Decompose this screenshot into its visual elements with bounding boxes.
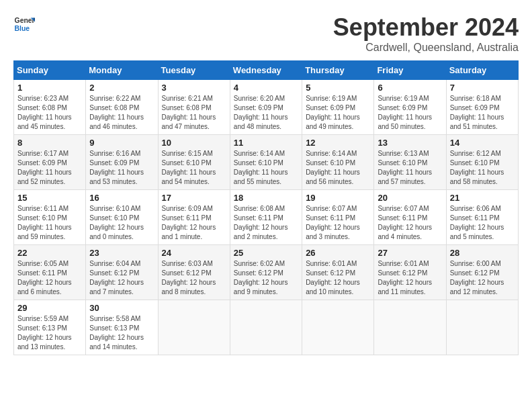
calendar-cell: 22Sunrise: 6:05 AMSunset: 6:11 PMDayligh… <box>14 245 86 300</box>
calendar-cell: 24Sunrise: 6:03 AMSunset: 6:12 PMDayligh… <box>158 245 230 300</box>
day-number: 12 <box>306 138 370 148</box>
day-number: 8 <box>17 138 82 148</box>
calendar-cell: 28Sunrise: 6:00 AMSunset: 6:12 PMDayligh… <box>446 245 518 300</box>
day-info: Sunrise: 6:11 AMSunset: 6:10 PMDaylight:… <box>17 204 82 242</box>
calendar-cell: 19Sunrise: 6:07 AMSunset: 6:11 PMDayligh… <box>302 190 374 245</box>
logo-icon: General Blue <box>13 13 35 35</box>
day-number: 4 <box>234 83 298 93</box>
calendar-cell <box>230 300 302 355</box>
day-number: 16 <box>89 193 154 203</box>
day-info: Sunrise: 6:20 AMSunset: 6:09 PMDaylight:… <box>234 94 298 132</box>
weekday-header-saturday: Saturday <box>446 61 518 80</box>
day-number: 13 <box>378 138 442 148</box>
day-info: Sunrise: 6:02 AMSunset: 6:12 PMDaylight:… <box>234 259 298 297</box>
day-number: 11 <box>234 138 298 148</box>
calendar-cell: 6Sunrise: 6:19 AMSunset: 6:09 PMDaylight… <box>374 80 446 135</box>
calendar-cell: 3Sunrise: 6:21 AMSunset: 6:08 PMDaylight… <box>158 80 230 135</box>
calendar-cell <box>302 300 374 355</box>
day-number: 25 <box>234 248 298 258</box>
day-number: 21 <box>450 193 515 203</box>
calendar-cell: 29Sunrise: 5:59 AMSunset: 6:13 PMDayligh… <box>14 300 86 355</box>
weekday-header-wednesday: Wednesday <box>230 61 302 80</box>
calendar-week-row: 22Sunrise: 6:05 AMSunset: 6:11 PMDayligh… <box>14 245 519 300</box>
page-header: General Blue September 2024 Cardwell, Qu… <box>13 13 519 54</box>
day-info: Sunrise: 6:14 AMSunset: 6:10 PMDaylight:… <box>234 149 298 187</box>
calendar-cell: 12Sunrise: 6:14 AMSunset: 6:10 PMDayligh… <box>302 135 374 190</box>
title-area: September 2024 Cardwell, Queensland, Aus… <box>333 13 519 54</box>
calendar-cell: 23Sunrise: 6:04 AMSunset: 6:12 PMDayligh… <box>86 245 158 300</box>
weekday-header-sunday: Sunday <box>14 61 86 80</box>
day-info: Sunrise: 6:19 AMSunset: 6:09 PMDaylight:… <box>306 94 370 132</box>
day-number: 29 <box>17 303 82 313</box>
calendar-table: SundayMondayTuesdayWednesdayThursdayFrid… <box>13 60 519 355</box>
calendar-cell: 4Sunrise: 6:20 AMSunset: 6:09 PMDaylight… <box>230 80 302 135</box>
day-number: 22 <box>17 248 82 258</box>
day-info: Sunrise: 6:12 AMSunset: 6:10 PMDaylight:… <box>450 149 515 187</box>
day-number: 5 <box>306 83 370 93</box>
calendar-cell: 18Sunrise: 6:08 AMSunset: 6:11 PMDayligh… <box>230 190 302 245</box>
day-info: Sunrise: 5:59 AMSunset: 6:13 PMDaylight:… <box>17 314 82 352</box>
weekday-header-row: SundayMondayTuesdayWednesdayThursdayFrid… <box>14 61 519 80</box>
calendar-cell: 21Sunrise: 6:06 AMSunset: 6:11 PMDayligh… <box>446 190 518 245</box>
day-info: Sunrise: 6:07 AMSunset: 6:11 PMDaylight:… <box>378 204 442 242</box>
calendar-cell: 26Sunrise: 6:01 AMSunset: 6:12 PMDayligh… <box>302 245 374 300</box>
day-number: 26 <box>306 248 370 258</box>
calendar-cell: 1Sunrise: 6:23 AMSunset: 6:08 PMDaylight… <box>14 80 86 135</box>
calendar-cell: 20Sunrise: 6:07 AMSunset: 6:11 PMDayligh… <box>374 190 446 245</box>
day-number: 27 <box>378 248 442 258</box>
calendar-cell: 14Sunrise: 6:12 AMSunset: 6:10 PMDayligh… <box>446 135 518 190</box>
day-info: Sunrise: 6:14 AMSunset: 6:10 PMDaylight:… <box>306 149 370 187</box>
day-number: 9 <box>89 138 154 148</box>
day-info: Sunrise: 6:19 AMSunset: 6:09 PMDaylight:… <box>378 94 442 132</box>
calendar-week-row: 1Sunrise: 6:23 AMSunset: 6:08 PMDaylight… <box>14 80 519 135</box>
day-number: 28 <box>450 248 515 258</box>
day-info: Sunrise: 6:17 AMSunset: 6:09 PMDaylight:… <box>17 149 82 187</box>
calendar-cell: 5Sunrise: 6:19 AMSunset: 6:09 PMDaylight… <box>302 80 374 135</box>
calendar-cell: 13Sunrise: 6:13 AMSunset: 6:10 PMDayligh… <box>374 135 446 190</box>
day-info: Sunrise: 6:01 AMSunset: 6:12 PMDaylight:… <box>378 259 442 297</box>
day-number: 10 <box>162 138 226 148</box>
calendar-cell: 7Sunrise: 6:18 AMSunset: 6:09 PMDaylight… <box>446 80 518 135</box>
day-info: Sunrise: 6:22 AMSunset: 6:08 PMDaylight:… <box>89 94 154 132</box>
calendar-cell: 25Sunrise: 6:02 AMSunset: 6:12 PMDayligh… <box>230 245 302 300</box>
day-info: Sunrise: 6:01 AMSunset: 6:12 PMDaylight:… <box>306 259 370 297</box>
day-info: Sunrise: 6:00 AMSunset: 6:12 PMDaylight:… <box>450 259 515 297</box>
month-title: September 2024 <box>333 13 519 42</box>
day-info: Sunrise: 6:07 AMSunset: 6:11 PMDaylight:… <box>306 204 370 242</box>
day-number: 24 <box>162 248 226 258</box>
svg-text:Blue: Blue <box>15 25 30 32</box>
calendar-cell: 11Sunrise: 6:14 AMSunset: 6:10 PMDayligh… <box>230 135 302 190</box>
calendar-cell: 17Sunrise: 6:09 AMSunset: 6:11 PMDayligh… <box>158 190 230 245</box>
day-info: Sunrise: 6:21 AMSunset: 6:08 PMDaylight:… <box>162 94 226 132</box>
calendar-week-row: 8Sunrise: 6:17 AMSunset: 6:09 PMDaylight… <box>14 135 519 190</box>
day-number: 23 <box>89 248 154 258</box>
calendar-week-row: 15Sunrise: 6:11 AMSunset: 6:10 PMDayligh… <box>14 190 519 245</box>
day-number: 14 <box>450 138 515 148</box>
day-info: Sunrise: 5:58 AMSunset: 6:13 PMDaylight:… <box>89 314 154 352</box>
calendar-cell: 30Sunrise: 5:58 AMSunset: 6:13 PMDayligh… <box>86 300 158 355</box>
day-number: 7 <box>450 83 515 93</box>
day-number: 30 <box>89 303 154 313</box>
day-number: 15 <box>17 193 82 203</box>
location-title: Cardwell, Queensland, Australia <box>333 42 519 54</box>
weekday-header-tuesday: Tuesday <box>158 61 230 80</box>
day-info: Sunrise: 6:18 AMSunset: 6:09 PMDaylight:… <box>450 94 515 132</box>
calendar-cell: 15Sunrise: 6:11 AMSunset: 6:10 PMDayligh… <box>14 190 86 245</box>
day-number: 19 <box>306 193 370 203</box>
calendar-cell: 9Sunrise: 6:16 AMSunset: 6:09 PMDaylight… <box>86 135 158 190</box>
day-number: 6 <box>378 83 442 93</box>
day-info: Sunrise: 6:04 AMSunset: 6:12 PMDaylight:… <box>89 259 154 297</box>
weekday-header-monday: Monday <box>86 61 158 80</box>
day-info: Sunrise: 6:05 AMSunset: 6:11 PMDaylight:… <box>17 259 82 297</box>
day-number: 1 <box>17 83 82 93</box>
calendar-cell: 16Sunrise: 6:10 AMSunset: 6:10 PMDayligh… <box>86 190 158 245</box>
day-number: 3 <box>162 83 226 93</box>
day-info: Sunrise: 6:09 AMSunset: 6:11 PMDaylight:… <box>162 204 226 242</box>
day-info: Sunrise: 6:23 AMSunset: 6:08 PMDaylight:… <box>17 94 82 132</box>
calendar-cell: 2Sunrise: 6:22 AMSunset: 6:08 PMDaylight… <box>86 80 158 135</box>
calendar-cell <box>446 300 518 355</box>
calendar-cell <box>374 300 446 355</box>
day-info: Sunrise: 6:15 AMSunset: 6:10 PMDaylight:… <box>162 149 226 187</box>
weekday-header-friday: Friday <box>374 61 446 80</box>
day-info: Sunrise: 6:03 AMSunset: 6:12 PMDaylight:… <box>162 259 226 297</box>
